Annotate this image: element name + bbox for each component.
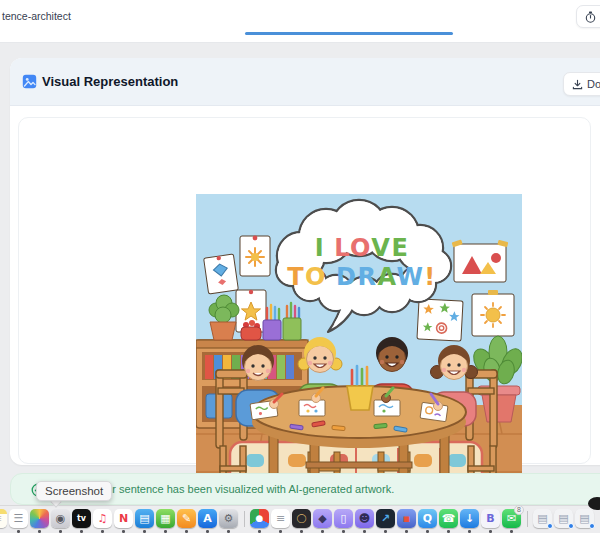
wall-drawing-sun — [472, 290, 514, 336]
running-indicator-dot — [80, 530, 83, 533]
wechat-glyph: ✉ — [507, 513, 516, 524]
reminders-glyph: ☰ — [14, 513, 24, 524]
dock-separator — [244, 511, 245, 527]
dock: ≡☰◉tv♫N▤▦✎A⚙●≡◯◆▯☻↗▪Q☎↓B✉8▤▤▤ — [0, 505, 600, 533]
running-indicator-dot — [510, 530, 513, 533]
wall-drawing-kite — [204, 254, 239, 294]
news-glyph: N — [119, 513, 128, 524]
dock-app-chrome[interactable]: ● — [250, 509, 269, 528]
dock-app-contacts-app[interactable]: ☻ — [355, 509, 374, 528]
start-button[interactable]: Sta — [576, 5, 600, 28]
numbers-glyph: ▦ — [160, 513, 170, 524]
running-indicator-dot — [468, 530, 471, 533]
dock-app-whatsapp[interactable]: ☎ — [439, 509, 458, 528]
running-indicator-dot — [143, 530, 146, 533]
progress-indicator — [245, 32, 453, 35]
dock-app-system-settings[interactable]: ⚙ — [219, 509, 238, 528]
running-indicator-dot — [206, 530, 209, 533]
dock-app-camera[interactable]: ◉ — [51, 509, 70, 528]
ai-artwork-illustration: ILOVE TODRAW! — [196, 194, 522, 519]
camera-glyph: ◉ — [56, 513, 66, 524]
tooltip-label: Screenshot — [45, 485, 103, 497]
dock-app-keynote[interactable]: ▤ — [135, 509, 154, 528]
wall-drawing-starburst — [240, 236, 270, 276]
dock-app-search-app[interactable]: ◯ — [292, 509, 311, 528]
running-indicator-dot — [17, 530, 20, 533]
dock-app-pages[interactable]: ✎ — [177, 509, 196, 528]
pages-glyph: ✎ — [182, 513, 191, 524]
dock-app-qq[interactable]: Q — [418, 509, 437, 528]
card-title: Visual Representation — [42, 74, 178, 89]
search-app-glyph: ◯ — [296, 514, 306, 523]
dock-app-files-stack-1[interactable]: ▤ — [533, 509, 552, 528]
dock-app-textedit[interactable]: ≡ — [271, 509, 290, 528]
textedit-glyph: ≡ — [276, 513, 285, 524]
notes-glyph: ≡ — [0, 513, 2, 524]
files-stack-3-glyph: ▤ — [579, 513, 589, 524]
download-button[interactable]: Down — [563, 72, 600, 96]
running-indicator-dot — [279, 530, 282, 533]
dock-app-app-store[interactable]: A — [198, 509, 217, 528]
running-indicator-dot — [164, 530, 167, 533]
dock-app-numbers[interactable]: ▦ — [156, 509, 175, 528]
bubble-text-line2: TODRAW! — [287, 263, 437, 291]
artwork-panel: ILOVE TODRAW! — [18, 117, 591, 464]
running-indicator-dot — [405, 530, 408, 533]
mini-blue-app-glyph: ▪ — [403, 513, 410, 524]
download-button-label: Down — [587, 78, 600, 90]
window-title: tence-architect — [2, 10, 71, 22]
stack-badge — [589, 523, 595, 529]
running-indicator-dot — [426, 530, 429, 533]
dock-app-notes[interactable]: ≡ — [0, 509, 7, 528]
app-store-glyph: A — [203, 513, 212, 524]
stack-badge — [547, 523, 553, 529]
running-indicator-dot — [38, 530, 41, 533]
dock-app-headset-app[interactable]: ◆ — [313, 509, 332, 528]
wall-drawing-doodles — [417, 299, 463, 341]
mouse-pointer-artifact — [588, 497, 600, 510]
visual-representation-card: Visual Representation Down — [10, 58, 600, 465]
running-indicator-dot — [342, 530, 345, 533]
dock-app-photos[interactable] — [30, 509, 49, 528]
running-indicator-dot — [321, 530, 324, 533]
chrome-glyph: ● — [256, 514, 264, 523]
notification-badge: 8 — [514, 505, 524, 515]
dock-app-music[interactable]: ♫ — [93, 509, 112, 528]
keynote-glyph: ▤ — [139, 513, 149, 524]
stopwatch-icon — [585, 11, 596, 23]
running-indicator-dot — [489, 530, 492, 533]
files-stack-2-glyph: ▤ — [558, 513, 568, 524]
phone-mirror-app-glyph: ▯ — [340, 513, 346, 524]
dock-app-wechat[interactable]: ✉8 — [502, 509, 521, 528]
dock-app-apple-tv[interactable]: tv — [72, 509, 91, 528]
dock-app-phone-mirror-app[interactable]: ▯ — [334, 509, 353, 528]
qq-glyph: Q — [423, 513, 432, 524]
telegram-glyph: ↗ — [381, 513, 390, 524]
music-glyph: ♫ — [98, 513, 108, 524]
dock-app-telegram[interactable]: ↗ — [376, 509, 395, 528]
dock-app-reminders[interactable]: ☰ — [9, 509, 28, 528]
wall-drawing-shapes — [452, 240, 509, 282]
window-top-bar: tence-architect Sta — [0, 0, 600, 43]
system-settings-glyph: ⚙ — [224, 513, 234, 524]
contacts-app-glyph: ☻ — [359, 513, 370, 524]
running-indicator-dot — [384, 530, 387, 533]
running-indicator-dot — [447, 530, 450, 533]
whatsapp-glyph: ☎ — [442, 513, 456, 524]
files-stack-1-glyph: ▤ — [537, 513, 547, 524]
dock-app-mini-blue-app[interactable]: ▪ — [397, 509, 416, 528]
dock-app-downloads-app[interactable]: ↓ — [460, 509, 479, 528]
dock-app-files-stack-2[interactable]: ▤ — [554, 509, 573, 528]
downloads-app-glyph: ↓ — [465, 513, 474, 524]
apple-tv-glyph: tv — [77, 515, 86, 523]
running-indicator-dot — [122, 530, 125, 533]
dock-app-files-stack-3[interactable]: ▤ — [575, 509, 594, 528]
dock-app-news[interactable]: N — [114, 509, 133, 528]
headset-app-glyph: ◆ — [318, 513, 326, 524]
screenshot-tooltip: Screenshot — [36, 481, 112, 501]
download-icon — [572, 79, 583, 90]
image-icon — [22, 74, 37, 89]
dock-app-bilibili[interactable]: B — [481, 509, 500, 528]
dock-separator — [527, 511, 528, 527]
running-indicator-dot — [227, 530, 230, 533]
